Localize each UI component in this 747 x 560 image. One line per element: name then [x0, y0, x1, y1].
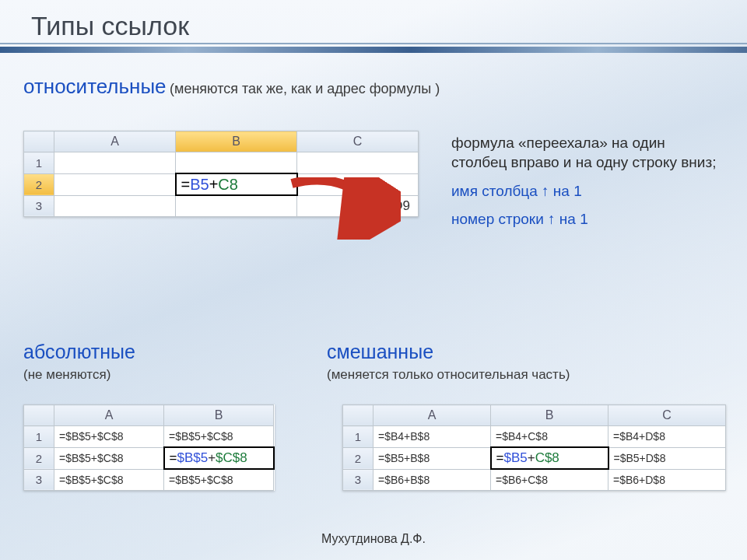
- grid-corner: [24, 131, 54, 152]
- row-header: 2: [343, 447, 374, 469]
- grid-corner: [343, 405, 374, 426]
- cell: [297, 173, 419, 195]
- grid-relative: A B C 1 2 =B5+C8 3=C6+D9: [23, 131, 419, 217]
- subtitle-relative: (меняются так же, как и адрес формулы ): [170, 81, 440, 96]
- col-header: C: [608, 405, 726, 426]
- header-rule: [0, 43, 747, 44]
- slide: Типы ссылок относительные (меняются так …: [0, 0, 747, 560]
- grid-mixed: A B C 1=$B4+B$8=$B4+C$8=$B4+D$8 2 =$B5+B…: [342, 404, 726, 491]
- slide-title: Типы ссылок: [31, 11, 189, 41]
- row-header: 1: [343, 426, 374, 448]
- cell: [297, 152, 419, 174]
- cell: [176, 195, 297, 217]
- col-header: C: [297, 131, 419, 152]
- cell: =$B$5+$C$8: [54, 426, 164, 448]
- title-band: [0, 47, 747, 53]
- cell: =$B6+B$8: [374, 469, 491, 491]
- selected-cell: =$B$5+$C$8: [164, 447, 274, 469]
- author: Мухутдинова Д.Ф.: [0, 532, 747, 546]
- cell: =$B4+C$8: [491, 426, 608, 448]
- col-header: B: [176, 131, 297, 152]
- cell: =$B4+B$8: [374, 426, 491, 448]
- row-header: 2: [24, 447, 54, 469]
- row-header: 3: [24, 469, 54, 491]
- cell: [176, 152, 297, 174]
- col-header: A: [374, 405, 491, 426]
- grid-corner: [24, 405, 54, 426]
- cell: =$B4+D$8: [608, 426, 726, 448]
- selected-cell: =$B5+C$8: [491, 447, 608, 469]
- note-row: номер строки ↑ на 1: [451, 211, 724, 228]
- selected-cell: =B5+C8: [176, 173, 297, 195]
- subtitle-absolute: (не меняются): [23, 367, 110, 383]
- heading-absolute: абсолютные: [23, 341, 135, 363]
- cell: =$B6+C$8: [491, 469, 608, 491]
- cell: [54, 173, 176, 195]
- cell: =$B5+D$8: [608, 447, 726, 469]
- col-header: B: [164, 405, 274, 426]
- note-col: имя столбца ↑ на 1: [451, 183, 724, 200]
- col-header: A: [54, 131, 176, 152]
- row-header: 1: [24, 152, 54, 174]
- note-move: формула «переехала» на один столбец впра…: [451, 134, 724, 172]
- row-header: 1: [24, 426, 54, 448]
- relative-notes: формула «переехала» на один столбец впра…: [451, 131, 724, 231]
- cell: =$B$5+$C$8: [164, 426, 274, 448]
- heading-mixed: смешанные: [327, 341, 433, 363]
- cell: =$B$5+$C$8: [164, 469, 274, 491]
- grid-absolute: A B 1=$B$5+$C$8=$B$5+$C$8 2 =$B$5+$C$8 =…: [23, 404, 275, 491]
- section-relative: относительные (меняются так же, как и ад…: [23, 75, 724, 99]
- cell: [54, 195, 176, 217]
- subtitle-mixed: (меняется только относительная часть): [327, 367, 570, 383]
- cell: =$B$5+$C$8: [54, 447, 164, 469]
- row-header: 3: [343, 469, 374, 491]
- cell: [54, 152, 176, 174]
- col-header: A: [54, 405, 164, 426]
- col-header: B: [491, 405, 608, 426]
- cell-moved-formula: =C6+D9: [297, 195, 419, 217]
- cell: =$B5+B$8: [374, 447, 491, 469]
- row-header: 2: [24, 173, 54, 195]
- cell: =$B6+D$8: [608, 469, 726, 491]
- cell: =$B$5+$C$8: [54, 469, 164, 491]
- row-header: 3: [24, 195, 54, 217]
- heading-relative: относительные: [23, 75, 167, 98]
